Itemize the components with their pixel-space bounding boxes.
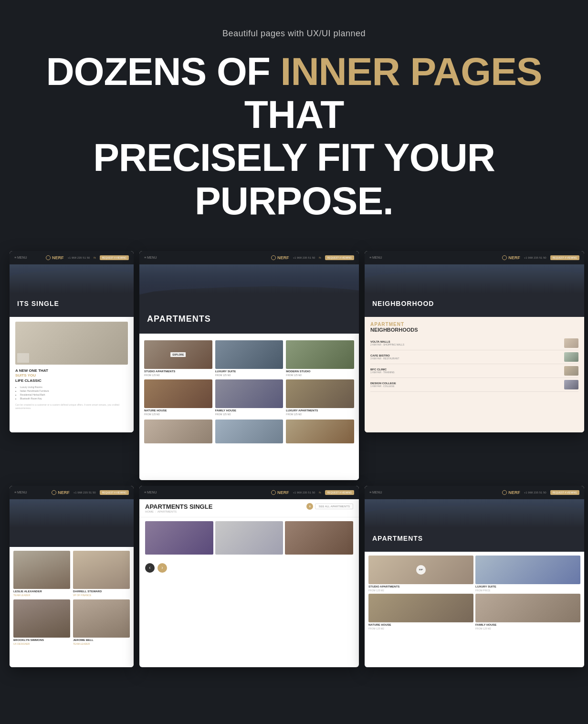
grid-price-2: FROM PRICE (475, 589, 580, 592)
more-apt-2 (215, 420, 284, 443)
see-all-container: 6 SEE ALL APARTMENTS (306, 503, 353, 510)
apt-name-3: MODERN STUDIO (286, 370, 354, 373)
apt-price-1: FROM 125 M2 (144, 374, 212, 377)
apt-name-4: NATURE HOUSE (144, 409, 212, 412)
nav-logo-apts: NERF (271, 255, 289, 260)
prev-btn[interactable]: ‹ (145, 563, 155, 573)
grid-sky (365, 499, 584, 528)
grid-content: EXP STUDIO APARTMENTS FROM 125 M2 LUXURY… (365, 552, 584, 667)
apt-img-5 (215, 379, 284, 408)
grid-item-4: FAMILY HOUSE FROM 125 M2 (475, 594, 580, 630)
ps-heading-line1: A NEW ONE THAT (15, 368, 48, 373)
mini-nav-apartments: ≡ MENU NERF +1 968 235 51 50 f t REQUEST… (139, 251, 359, 264)
apt-name-2: LUXURY SUITE (215, 370, 284, 373)
apt-item-1: EXPLORE STUDIO APARTMENTS FROM 125 M2 (144, 340, 212, 377)
team-photo-2 (73, 551, 130, 589)
nav-logo-circle (46, 255, 51, 260)
nbh-item-2-sub: 3 KM FAR · RESTAURANT (370, 357, 399, 360)
grid-price-4: FROM 125 M2 (475, 627, 580, 630)
apt-img-6 (286, 379, 354, 408)
hero-sky-overlay (10, 264, 134, 293)
single-img-1 (145, 521, 213, 555)
header-title: DOZENS OF INNER PAGES THAT PRECISELY FIT… (19, 50, 569, 222)
ps-body-text: Can be created to a customer or a custom… (15, 403, 128, 410)
team-member-2: DARRELL STEWARD VP OF FINANCE (73, 551, 130, 597)
property-single-card: ≡ MENU NERF +1 968 235 51 50 f t REQUEST… (10, 251, 134, 432)
team-photo-3 (13, 599, 70, 638)
tw-icon-apts: t (320, 256, 321, 259)
cta-btn-single[interactable]: REQUEST A VIEWING (325, 490, 354, 495)
cta-btn-grid[interactable]: REQUEST A VIEWING (550, 490, 579, 495)
nbh-item-4-sub: 1 KM FAR · COLLEGE (370, 385, 396, 388)
cta-btn-nbh[interactable]: REQUEST A VIEWING (550, 255, 579, 260)
grid-img-2 (475, 556, 580, 584)
nbh-hero-title: NEIGHBORHOOD (372, 300, 434, 307)
nav-phone-grid: +1 968 235 51 50 (524, 491, 546, 494)
see-all-btn[interactable]: SEE ALL APARTMENTS (315, 504, 353, 509)
more-apt-3 (286, 420, 354, 443)
title-line2: PRECISELY FIT YOUR PURPOSE. (93, 136, 495, 222)
nbh-item-4-info: DESIGN COLLEGE 1 KM FAR · COLLEGE (370, 382, 396, 388)
grid-label-1: STUDIO APARTMENTS (368, 585, 473, 588)
nav-phone-nbh: +1 968 235 51 50 (524, 256, 546, 259)
apt-img-4 (144, 379, 212, 408)
tw-icon: t (95, 256, 96, 259)
grid-img-1: EXP (368, 556, 473, 584)
feature-3: Residential Herbal Bath (20, 393, 128, 397)
single-apt-header: APARTMENTS SINGLE HOME / APARTMENTS 6 SE… (139, 499, 359, 517)
more-apt-1 (144, 420, 212, 443)
nav-dots: ‹ › (139, 558, 359, 577)
next-btn[interactable]: › (158, 563, 167, 573)
team-role-1: TEAM LEADER (13, 594, 70, 597)
apt-price-2: FROM 125 M2 (215, 374, 284, 377)
team-name-2: DARRELL STEWARD (73, 590, 130, 593)
apts-sky-overlay (139, 264, 359, 293)
ps-heading: A NEW ONE THAT SUITS YOU LIFE CLASSIC (15, 368, 128, 383)
grid-price-3: FROM 125 M2 (368, 627, 473, 630)
neighborhood-card: ≡ MENU NERF +1 968 235 51 50 REQUEST A V… (365, 251, 584, 432)
nbh-sky (365, 264, 584, 293)
explore-circle-1[interactable]: EXP (416, 565, 426, 575)
team-role-4: TEAM LEADER (73, 642, 130, 645)
apt-item-4: NATURE HOUSE FROM 125 M2 (144, 379, 212, 416)
breadcrumb-sep: / (155, 510, 156, 513)
grid-price-1: FROM 125 M2 (368, 589, 473, 592)
apt-price-6: FROM 125 M2 (286, 413, 354, 416)
apartments-items-grid: EXPLORE STUDIO APARTMENTS FROM 125 M2 LU… (144, 340, 354, 416)
apt-item-3: MODERN STUDIO FROM 125 M2 (286, 340, 354, 377)
apt-price-5: FROM 125 M2 (215, 413, 284, 416)
apartments-small-grid: EXP STUDIO APARTMENTS FROM 125 M2 LUXURY… (365, 552, 584, 634)
screenshots-grid: ≡ MENU NERF +1 968 235 51 50 f t REQUEST… (0, 241, 588, 682)
logo-circle-team (52, 490, 56, 495)
nav-logo-single: NERF (271, 490, 289, 495)
grid-hero-title: APARTMENTS (372, 535, 423, 542)
nav-logo-team: NERF (52, 490, 70, 495)
team-name-3: BROOKLYN SIMMONS (13, 639, 70, 641)
cta-btn-team[interactable]: REQUEST A VIEWING (100, 490, 129, 495)
nav-menu-single: ≡ MENU (144, 491, 157, 494)
nbh-item-1: VOLTA MALLS 2 KM FAR · SHOPPING MALLS (370, 336, 578, 350)
grid-item-1: EXP STUDIO APARTMENTS FROM 125 M2 (368, 556, 473, 592)
cta-btn-apts[interactable]: REQUEST A VIEWING (325, 255, 354, 260)
explore-btn-1[interactable]: EXPLORE (170, 352, 186, 357)
property-hero: ITS SINGLE (10, 264, 134, 317)
grid-item-3: NATURE HOUSE FROM 125 M2 (368, 594, 473, 630)
nbh-item-2-info: CAFE BISTRO 3 KM FAR · RESTAURANT (370, 354, 399, 360)
team-name-1: LESLIE ALEXANDER (13, 590, 70, 593)
nav-phone-team: +1 968 235 51 50 (74, 491, 96, 494)
grid-label-2: LUXURY SUITE (475, 585, 580, 588)
apt-count-badge: 6 (306, 503, 313, 510)
neighborhood-content: APARTMENT NEIGHBORHOODS VOLTA MALLS 2 KM… (365, 317, 584, 432)
title-accent: INNER PAGES (281, 50, 542, 93)
mini-nav-team: ≡ MENU NERF +1 968 235 51 50 REQUEST A V… (10, 486, 134, 499)
nbh-item-4: DESIGN COLLEGE 1 KM FAR · COLLEGE (370, 378, 578, 392)
apt-item-6: LUXURY APARTMENTS FROM 125 M2 (286, 379, 354, 416)
title-part1: DOZENS OF (46, 50, 280, 93)
mini-nav-neighborhood: ≡ MENU NERF +1 968 235 51 50 REQUEST A V… (365, 251, 584, 264)
neighborhood-hero: NEIGHBORHOOD (365, 264, 584, 317)
nav-cta-btn[interactable]: REQUEST A VIEWING (100, 255, 129, 260)
apt-name-1: STUDIO APARTMENTS (144, 370, 212, 373)
nbh-item-3-sub: 1 KM FAR · TRAINING (370, 371, 395, 374)
apartments-hero: APARTMENTS (139, 264, 359, 334)
apt-img-3 (286, 340, 354, 369)
